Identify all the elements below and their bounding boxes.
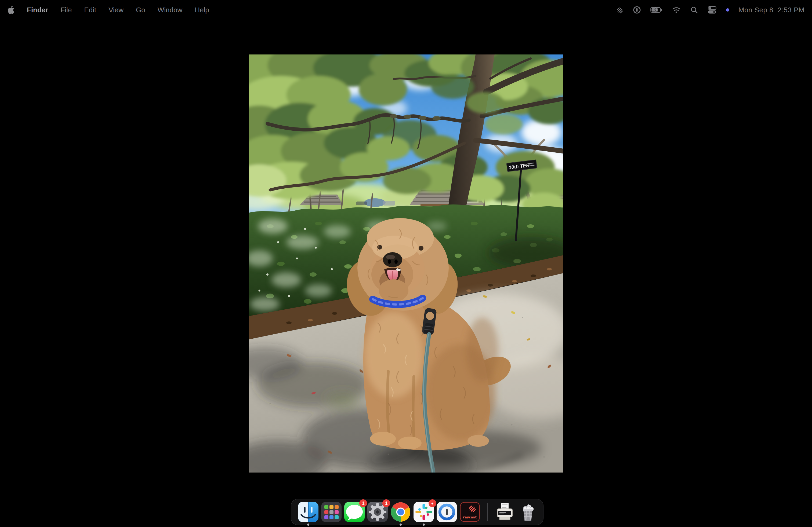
menu-item-file[interactable]: File <box>60 6 72 14</box>
1password-icon <box>436 501 458 523</box>
dock-item-slack[interactable]: • <box>413 501 434 523</box>
apple-logo-icon <box>8 6 14 14</box>
dock-item-system-settings[interactable]: 1 <box>367 501 388 523</box>
apple-menu-icon[interactable] <box>8 6 14 14</box>
launchpad-icon <box>321 501 342 523</box>
menu-item-view[interactable]: View <box>108 6 124 14</box>
menu-bar-clock[interactable]: Mon Sep 8 2:53 PM <box>738 6 804 14</box>
spotlight-search-icon[interactable] <box>690 6 698 14</box>
menu-item-go[interactable]: Go <box>136 6 145 14</box>
chrome-icon <box>390 501 411 523</box>
trash-full-icon <box>517 501 539 523</box>
menu-bar-status: Mon Sep 8 2:53 PM <box>615 6 804 14</box>
menu-item-help[interactable]: Help <box>195 6 209 14</box>
running-indicator-chrome <box>400 524 402 526</box>
dock: 1 1 <box>291 499 543 525</box>
dock-item-1password[interactable] <box>436 501 458 523</box>
raycast-menu-icon[interactable] <box>615 6 624 14</box>
dock-item-raycast[interactable]: raycast <box>459 501 481 523</box>
battery-charging-icon[interactable] <box>650 7 663 13</box>
menu-item-window[interactable]: Window <box>158 6 182 14</box>
raycast-icon: raycast <box>459 501 481 523</box>
printer-icon <box>494 501 516 523</box>
raycast-wordmark: raycast <box>463 516 477 520</box>
dock-item-finder[interactable] <box>298 501 319 523</box>
wallpaper-photo: 10th TER <box>249 55 563 472</box>
dock-item-chrome[interactable] <box>390 501 411 523</box>
desktop: Finder File Edit View Go Window Help <box>0 0 812 527</box>
badge-slack: • <box>429 499 436 507</box>
recording-indicator-dot <box>726 8 729 12</box>
dock-item-messages[interactable]: 1 <box>344 501 365 523</box>
badge-system-settings: 1 <box>382 499 390 507</box>
wifi-icon[interactable] <box>672 6 681 14</box>
control-center-icon[interactable] <box>707 6 717 14</box>
dock-item-trash[interactable] <box>517 501 539 523</box>
dock-item-launchpad[interactable] <box>321 501 342 523</box>
dog-park-photo-illustration: 10th TER <box>249 55 563 472</box>
1password-menu-icon[interactable] <box>633 6 641 14</box>
dog-nose <box>383 252 402 267</box>
menu-item-finder[interactable]: Finder <box>27 6 48 14</box>
badge-messages: 1 <box>359 499 367 507</box>
finder-icon <box>298 501 319 523</box>
menu-bar-left: Finder File Edit View Go Window Help <box>8 6 209 14</box>
menu-item-edit[interactable]: Edit <box>84 6 96 14</box>
dock-item-printer[interactable] <box>494 501 516 523</box>
running-indicator-finder <box>307 524 309 526</box>
menu-bar: Finder File Edit View Go Window Help <box>0 0 812 20</box>
running-indicator-slack <box>423 524 425 526</box>
dock-divider <box>487 503 488 521</box>
